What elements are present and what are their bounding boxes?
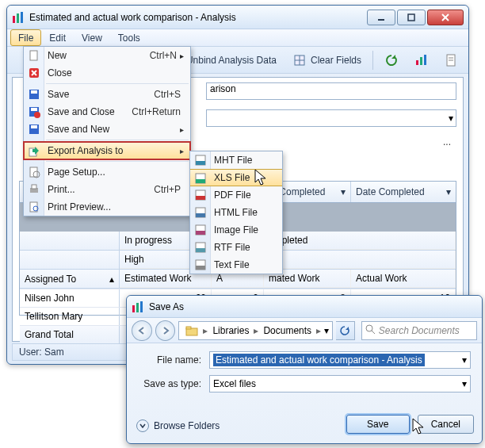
svg-rect-13: [420, 57, 422, 65]
save-icon: [28, 88, 40, 101]
menubar: File Edit View Tools: [7, 29, 468, 47]
folder-icon: [182, 325, 201, 336]
search-placeholder: Search Documents: [379, 325, 460, 336]
search-input[interactable]: Search Documents: [361, 321, 477, 340]
savetype-value: Excel files: [213, 378, 256, 389]
refresh-button[interactable]: [380, 51, 403, 70]
menu-print[interactable]: Print... Ctrl+P: [24, 181, 190, 198]
clear-fields-button[interactable]: Clear Fields: [288, 51, 366, 70]
svg-rect-2: [21, 12, 23, 23]
report-button[interactable]: [440, 51, 464, 70]
refresh-icon: [384, 53, 399, 67]
status-completed: ompleted: [264, 232, 456, 250]
saveas-title: Save As: [149, 301, 477, 312]
filename-field[interactable]: Estimated and actual work comparison - A…: [209, 351, 471, 369]
filename-value: Estimated and actual work comparison - A…: [213, 354, 425, 366]
menu-tools[interactable]: Tools: [110, 29, 148, 46]
export-image[interactable]: Image File: [190, 221, 282, 239]
refresh-location-button[interactable]: [336, 321, 355, 340]
svg-rect-52: [140, 301, 143, 312]
svg-rect-12: [416, 60, 418, 65]
svg-line-56: [372, 331, 375, 334]
export-mht[interactable]: MHT File: [190, 151, 282, 169]
save-button[interactable]: Save: [346, 415, 410, 434]
html-icon: [194, 206, 207, 219]
titlebar[interactable]: Estimated and actual work comparison - A…: [7, 6, 468, 29]
savetype-label: Save as type:: [138, 378, 209, 389]
app-icon: [132, 301, 144, 313]
close-icon: [28, 67, 40, 79]
svg-rect-43: [196, 213, 205, 217]
export-rtf[interactable]: RTF File: [190, 239, 282, 256]
mht-icon: [194, 154, 207, 167]
export-icon: [28, 145, 40, 158]
pdf-icon: [194, 189, 207, 201]
menu-new[interactable]: New Ctrl+N ▸: [24, 47, 190, 64]
svg-rect-33: [32, 185, 36, 189]
export-text[interactable]: Text File: [190, 256, 282, 274]
chevron-down-icon[interactable]: ▾: [462, 354, 467, 366]
svg-rect-54: [186, 327, 191, 329]
chart-button[interactable]: [410, 51, 433, 70]
svg-rect-1: [17, 13, 19, 23]
svg-rect-37: [196, 161, 205, 165]
menu-save-and-new[interactable]: Save and New ▸: [24, 121, 190, 138]
svg-point-55: [366, 325, 372, 331]
menu-print-preview[interactable]: Print Preview...: [24, 198, 190, 216]
name-field[interactable]: arison: [206, 82, 456, 100]
search-icon: [365, 324, 376, 337]
window-title: Estimated and actual work comparison - A…: [29, 12, 367, 23]
menu-export-analysis[interactable]: Export Analysis to ▸: [24, 142, 190, 159]
svg-rect-0: [13, 16, 15, 23]
filter-icon[interactable]: ▾: [446, 186, 451, 197]
save-close-icon: [28, 105, 40, 118]
filename-label: File name:: [138, 354, 209, 366]
menu-view[interactable]: View: [74, 29, 110, 46]
clear-icon: [292, 53, 307, 67]
menu-file[interactable]: File: [10, 29, 41, 46]
nav-forward-button[interactable]: [155, 320, 176, 341]
svg-rect-49: [196, 266, 205, 270]
svg-rect-51: [136, 303, 139, 312]
save-as-dialog: Save As ▸ Libraries ▸ Documents ▸ ▾ Sear…: [126, 295, 483, 444]
breadcrumb-libraries[interactable]: Libraries: [209, 325, 252, 336]
menu-save[interactable]: Save Ctrl+S: [24, 86, 190, 103]
cursor-icon: [254, 169, 269, 188]
nav-back-button[interactable]: [132, 320, 152, 341]
export-pdf[interactable]: PDF File: [190, 186, 282, 204]
col-actual-work[interactable]: Actual Work: [351, 270, 456, 288]
filter-icon[interactable]: ▾: [341, 186, 346, 197]
export-html[interactable]: HTML File: [190, 204, 282, 221]
text-icon: [194, 258, 207, 271]
svg-rect-25: [31, 108, 37, 111]
save-new-icon: [28, 123, 40, 136]
maximize-button[interactable]: [397, 10, 426, 25]
chevron-down-icon[interactable]: ▾: [324, 325, 329, 336]
col-date-completed[interactable]: Date Completed: [356, 186, 425, 197]
more-options[interactable]: ...: [437, 136, 456, 147]
savetype-field[interactable]: Excel files ▾: [209, 375, 471, 392]
image-icon: [194, 224, 207, 236]
svg-rect-14: [424, 55, 426, 65]
menu-edit[interactable]: Edit: [41, 29, 74, 46]
clear-label: Clear Fields: [311, 55, 361, 66]
close-button[interactable]: [427, 10, 464, 25]
window-buttons: [367, 10, 464, 25]
browse-folders-toggle[interactable]: Browse Folders: [136, 419, 220, 432]
chevron-down-icon: [136, 419, 149, 432]
breadcrumb-documents[interactable]: Documents: [260, 325, 315, 336]
menu-page-setup[interactable]: Page Setup...: [24, 163, 190, 181]
chevron-down-icon: ▾: [449, 113, 453, 124]
minimize-button[interactable]: [367, 10, 395, 25]
breadcrumb[interactable]: ▸ Libraries ▸ Documents ▸ ▾: [178, 321, 333, 340]
cursor-icon: [412, 418, 426, 437]
sort-icon[interactable]: ▴: [109, 274, 114, 285]
menu-close[interactable]: Close: [24, 64, 190, 82]
col-assigned-to[interactable]: Assigned To: [25, 274, 76, 285]
subject-select[interactable]: ▾: [206, 109, 456, 127]
status-user: User: Sam: [19, 347, 64, 358]
chevron-down-icon[interactable]: ▾: [462, 378, 467, 389]
print-icon: [28, 183, 40, 196]
menu-save-and-close[interactable]: Save and Close Ctrl+Return: [24, 103, 190, 121]
svg-rect-45: [196, 231, 205, 235]
